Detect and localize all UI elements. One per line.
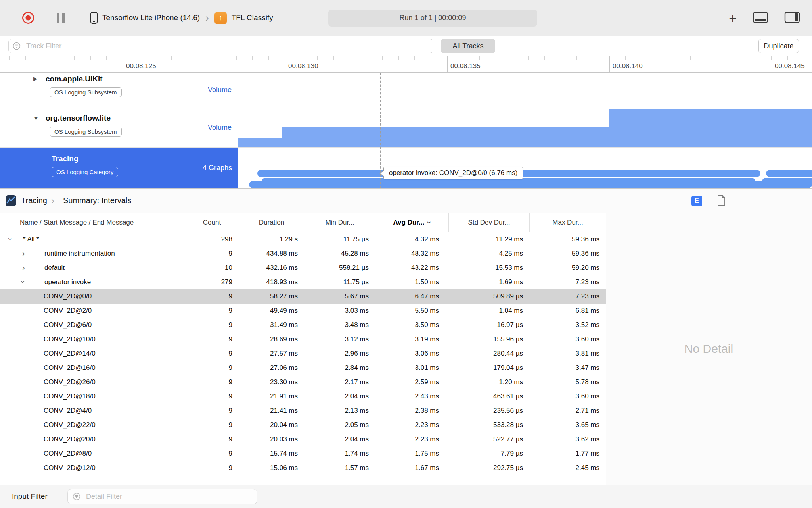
table-row[interactable]: CONV_2D@0/0 9 58.27 ms 5.67 ms 6.47 ms 5… xyxy=(0,289,606,304)
document-inspector-button[interactable] xyxy=(717,194,726,207)
table-row[interactable]: CONV_2D@2/0 9 49.49 ms 3.03 ms 5.50 ms 1… xyxy=(0,304,606,318)
row-disclosure-icon[interactable] xyxy=(22,261,44,275)
run-status-display: Run 1 of 1 | 00:00:09 xyxy=(328,10,537,27)
table-row[interactable]: * All * 298 1.29 s 11.75 µs 4.32 ms 11.2… xyxy=(0,232,606,246)
column-header-min-duration[interactable]: Min Dur... xyxy=(304,213,375,232)
detail-filter-input[interactable] xyxy=(67,489,257,504)
row-max-duration: 6.81 ms xyxy=(529,304,606,318)
record-button[interactable] xyxy=(22,12,34,24)
pause-button[interactable] xyxy=(56,12,66,23)
table-row[interactable]: CONV_2D@8/0 9 15.74 ms 1.74 ms 1.75 ms 7… xyxy=(0,446,606,461)
row-max-duration: 3.60 ms xyxy=(529,332,606,346)
row-count: 9 xyxy=(185,418,239,432)
track-canvas-intervals[interactable]: operator invoke: CONV_2D@0/0 (6.76 ms) xyxy=(238,148,812,188)
row-name: CONV_2D@10/0 xyxy=(44,332,96,346)
all-tracks-button[interactable]: All Tracks xyxy=(441,39,495,53)
table-row[interactable]: CONV_2D@26/0 9 23.30 ms 2.17 ms 2.59 ms … xyxy=(0,375,606,389)
row-stddev-duration: 1.20 ms xyxy=(448,375,529,389)
row-avg-duration: 2.43 ms xyxy=(375,389,448,404)
table-row[interactable]: CONV_2D@22/0 9 20.04 ms 2.05 ms 2.23 ms … xyxy=(0,418,606,432)
filter-icon xyxy=(72,492,81,501)
row-disclosure-icon[interactable] xyxy=(22,275,44,289)
iphone-device-icon xyxy=(90,12,98,24)
row-max-duration: 7.23 ms xyxy=(529,275,606,289)
target-device-chip[interactable]: Tensorflow Lite iPhone (14.6) TFL Classi… xyxy=(90,12,273,24)
disclosure-closed-icon[interactable] xyxy=(33,75,38,82)
volume-bar xyxy=(282,127,609,147)
tracing-interval-bar[interactable] xyxy=(766,170,812,177)
no-detail-placeholder: No Detail xyxy=(684,342,733,356)
detail-filter-field xyxy=(67,489,257,504)
row-name: CONV_2D@22/0 xyxy=(44,418,96,432)
row-avg-duration: 1.75 ms xyxy=(375,446,448,461)
row-stddev-duration: 522.77 µs xyxy=(448,432,529,446)
row-duration: 15.74 ms xyxy=(239,446,304,461)
row-duration: 23.30 ms xyxy=(239,375,304,389)
toolbar: Tensorflow Lite iPhone (14.6) TFL Classi… xyxy=(0,0,812,36)
track-header[interactable]: com.apple.UIKit OS Logging Subsystem Vol… xyxy=(0,73,238,107)
row-stddev-duration: 509.89 µs xyxy=(448,289,529,304)
row-duration: 21.41 ms xyxy=(239,404,304,418)
row-disclosure-icon[interactable] xyxy=(10,232,23,246)
row-count: 9 xyxy=(185,318,239,332)
table-row[interactable]: runtime instrumentation 9 434.88 ms 45.2… xyxy=(0,246,606,261)
table-row[interactable]: CONV_2D@10/0 9 28.69 ms 3.12 ms 3.19 ms … xyxy=(0,332,606,346)
track-canvas-volume[interactable] xyxy=(238,107,812,147)
tracing-interval-bar[interactable] xyxy=(249,181,812,188)
table-row[interactable]: CONV_2D@14/0 9 27.57 ms 2.96 ms 3.06 ms … xyxy=(0,346,606,361)
track-header[interactable]: Tracing OS Logging Category 4 Graphs xyxy=(0,148,238,188)
track-row-com-apple-uikit[interactable]: com.apple.UIKit OS Logging Subsystem Vol… xyxy=(0,73,812,107)
toggle-bottom-pane-button[interactable] xyxy=(753,12,768,25)
timeline-ruler[interactable]: 00:08.125 00:08.130 00:08.135 00:08.140 … xyxy=(0,56,812,73)
row-min-duration: 3.03 ms xyxy=(304,304,375,318)
document-icon xyxy=(717,194,726,206)
row-count: 9 xyxy=(185,332,239,346)
track-header[interactable]: org.tensorflow.lite OS Logging Subsystem… xyxy=(0,107,238,147)
table-row[interactable]: operator invoke 279 418.93 ms 11.75 µs 1… xyxy=(0,275,606,289)
right-pane-icon xyxy=(784,12,800,23)
row-name: CONV_2D@14/0 xyxy=(44,346,96,361)
track-canvas-empty[interactable] xyxy=(238,73,812,107)
breadcrumb-item-tracing[interactable]: Tracing xyxy=(21,196,47,205)
track-graph-count-label: 4 Graphs xyxy=(203,164,232,172)
row-name: CONV_2D@0/0 xyxy=(44,289,92,304)
column-header-duration[interactable]: Duration xyxy=(239,213,304,232)
track-name: com.apple.UIKit xyxy=(46,75,238,83)
track-filter-input[interactable] xyxy=(8,39,433,53)
row-min-duration: 1.74 ms xyxy=(304,446,375,461)
table-row[interactable]: CONV_2D@20/0 9 20.03 ms 2.04 ms 2.23 ms … xyxy=(0,432,606,446)
table-row[interactable]: CONV_2D@16/0 9 27.06 ms 2.84 ms 3.01 ms … xyxy=(0,361,606,375)
breadcrumb-item-summary-intervals[interactable]: Summary: Intervals xyxy=(63,196,131,205)
row-avg-duration: 3.06 ms xyxy=(375,346,448,361)
table-row[interactable]: CONV_2D@4/0 9 21.41 ms 2.13 ms 2.38 ms 2… xyxy=(0,404,606,418)
row-duration: 27.57 ms xyxy=(239,346,304,361)
duplicate-button[interactable]: Duplicate xyxy=(758,39,799,53)
row-disclosure-icon[interactable] xyxy=(22,246,44,261)
column-header-count[interactable]: Count xyxy=(185,213,239,232)
track-row-tracing-selected[interactable]: Tracing OS Logging Category 4 Graphs ope… xyxy=(0,148,812,188)
track-strategy-label: Volume xyxy=(208,86,232,94)
track-row-org-tensorflow-lite[interactable]: org.tensorflow.lite OS Logging Subsystem… xyxy=(0,107,812,148)
extended-detail-button[interactable]: E xyxy=(691,196,702,206)
table-row[interactable]: CONV_2D@12/0 9 15.06 ms 1.57 ms 1.67 ms … xyxy=(0,461,606,475)
row-stddev-duration: 1.69 ms xyxy=(448,275,529,289)
column-header-stddev-duration[interactable]: Std Dev Dur... xyxy=(448,213,529,232)
disclosure-open-icon[interactable] xyxy=(33,115,39,121)
column-header-avg-duration-sorted[interactable]: Avg Dur... xyxy=(375,213,448,232)
add-instrument-button[interactable] xyxy=(729,12,737,25)
row-duration: 418.93 ms xyxy=(239,275,304,289)
column-header-name[interactable]: Name / Start Message / End Message xyxy=(0,213,185,232)
row-count: 9 xyxy=(185,389,239,404)
row-count: 298 xyxy=(185,232,239,246)
pane-vertical-divider[interactable] xyxy=(606,189,606,485)
column-header-max-duration[interactable]: Max Dur... xyxy=(529,213,606,232)
toggle-right-pane-button[interactable] xyxy=(784,12,800,25)
row-duration: 28.69 ms xyxy=(239,332,304,346)
table-row[interactable]: CONV_2D@6/0 9 31.49 ms 3.48 ms 3.50 ms 1… xyxy=(0,318,606,332)
bottom-pane-icon xyxy=(753,12,768,23)
table-row[interactable]: default 10 432.16 ms 558.21 µs 43.22 ms … xyxy=(0,261,606,275)
row-min-duration: 11.75 µs xyxy=(304,232,375,246)
interval-tooltip: operator invoke: CONV_2D@0/0 (6.76 ms) xyxy=(383,167,523,179)
table-row[interactable]: CONV_2D@18/0 9 21.91 ms 2.04 ms 2.43 ms … xyxy=(0,389,606,404)
track-type-badge: OS Logging Category xyxy=(52,167,118,177)
